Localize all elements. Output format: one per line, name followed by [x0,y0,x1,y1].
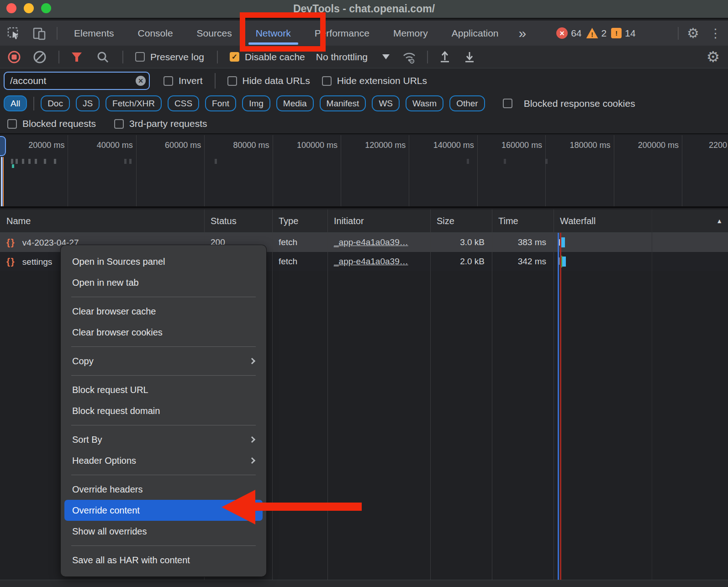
menu-item-save-all-har[interactable]: Save all as HAR with content [61,550,266,571]
chip-fetch-xhr[interactable]: Fetch/XHR [106,95,162,111]
title-bar: DevTools - chat.openai.com/ [0,0,728,19]
menu-separator [71,425,256,425]
activity-tick [28,159,31,164]
menu-item-open-in-sources[interactable]: Open in Sources panel [61,251,266,272]
column-header-name[interactable]: Name [0,210,204,232]
console-warnings-badge[interactable]: ! 2 [586,28,607,39]
timeline-tick: 140000 ms [409,135,477,206]
chip-css[interactable]: CSS [168,95,199,111]
timeline-overview[interactable]: 20000 ms 40000 ms 60000 ms 80000 ms 1000… [0,135,728,208]
search-icon[interactable] [96,50,110,64]
filter-input[interactable] [4,72,150,90]
chip-media[interactable]: Media [276,95,314,111]
third-party-requests-label: 3rd-party requests [129,118,207,129]
import-har-icon[interactable] [438,50,452,64]
timeline-tick: 40000 ms [68,135,136,206]
activity-tick [215,159,217,164]
column-header-time[interactable]: Time [492,210,554,232]
menu-separator [71,346,256,347]
export-har-icon[interactable] [463,50,476,64]
submenu-chevron-icon [249,358,255,364]
disable-cache-checkbox[interactable]: ✓ [230,52,239,62]
network-settings-gear-icon[interactable]: ⚙ [706,49,720,64]
chip-all[interactable]: All [4,95,27,111]
waterfall-cell [554,252,728,271]
chip-ws[interactable]: WS [372,95,400,111]
timeline-tick: 160000 ms [478,135,546,206]
menu-item-block-request-url[interactable]: Block request URL [61,379,266,400]
chip-wasm[interactable]: Wasm [406,95,443,111]
column-header-size[interactable]: Size [430,210,492,232]
activity-tick [22,159,24,164]
inspect-element-icon[interactable] [6,26,21,41]
fetch-braces-icon: {} [6,237,16,247]
chip-manifest[interactable]: Manifest [320,95,366,111]
chip-doc[interactable]: Doc [41,95,70,111]
blocked-requests-label: Blocked requests [22,118,96,129]
tab-sources[interactable]: Sources [185,21,244,46]
blocked-requests-checkbox[interactable] [7,119,17,129]
blocked-response-cookies-checkbox[interactable] [503,99,512,108]
tab-application[interactable]: Application [440,21,511,46]
menu-item-block-request-domain[interactable]: Block request domain [61,400,266,421]
device-toolbar-icon[interactable] [32,26,47,41]
menu-item-clear-browser-cookies[interactable]: Clear browser cookies [61,322,266,343]
tab-elements[interactable]: Elements [62,21,126,46]
error-icon: ✕ [556,27,568,39]
requests-table-header: Name Status Type Initiator Size Time Wat… [0,210,728,233]
column-header-type[interactable]: Type [272,210,327,232]
menu-item-copy[interactable]: Copy [61,351,266,372]
overview-drag-handle[interactable] [0,136,6,156]
activity-tick [124,159,127,164]
activity-tick [129,159,132,164]
request-time: 342 ms [492,257,554,267]
clear-filter-icon[interactable]: ✕ [136,76,146,86]
preserve-log-checkbox[interactable] [135,52,145,62]
menu-item-header-options[interactable]: Header Options [61,450,266,471]
filter-funnel-icon[interactable] [70,51,83,63]
tab-memory[interactable]: Memory [381,21,440,46]
divider [427,51,428,63]
devtools-window: { "window": { "title": "DevTools - chat.… [0,0,728,587]
divider [122,51,123,63]
column-header-waterfall[interactable]: Waterfall ▲ [554,210,728,232]
more-options-icon[interactable]: ⋮ [709,26,722,41]
load-event-line [560,233,561,580]
menu-item-clear-browser-cache[interactable]: Clear browser cache [61,301,266,322]
invert-checkbox[interactable] [164,76,173,86]
invert-label: Invert [179,75,203,86]
network-conditions-icon[interactable] [401,50,417,64]
timeline-tick: 200000 ms [614,135,682,206]
issue-count: 14 [625,28,635,39]
chevron-down-icon[interactable] [382,54,390,59]
chip-font[interactable]: Font [205,95,236,111]
network-tab-highlight-rectangle [240,12,326,52]
request-type: fetch [272,237,327,247]
menu-item-open-in-new-tab[interactable]: Open in new tab [61,272,266,293]
activity-tick [16,159,18,164]
timeline-tick: 120000 ms [341,135,409,206]
hide-extension-urls-checkbox[interactable] [322,76,332,86]
error-count: 64 [571,28,581,39]
hide-data-urls-label: Hide data URLs [243,75,310,86]
issues-badge[interactable]: ! 14 [611,28,635,39]
record-network-log-button[interactable] [7,50,21,64]
request-size: 2.0 kB [430,257,492,267]
column-header-initiator[interactable]: Initiator [327,210,430,232]
settings-gear-icon[interactable]: ⚙ [687,26,699,40]
warning-count: 2 [601,28,607,39]
warning-icon: ! [586,28,598,38]
menu-item-sort-by[interactable]: Sort By [61,429,266,450]
third-party-requests-checkbox[interactable] [114,119,124,129]
console-errors-badge[interactable]: ✕ 64 [556,27,581,39]
clear-network-log-button[interactable] [33,50,47,64]
override-content-arrow-shaft [254,503,362,511]
chip-other[interactable]: Other [449,95,485,111]
tab-console[interactable]: Console [126,21,185,46]
hide-data-urls-checkbox[interactable] [227,76,237,86]
chip-img[interactable]: Img [242,95,270,111]
more-tabs-button[interactable]: » [510,21,534,46]
column-header-status[interactable]: Status [204,210,272,232]
throttling-select[interactable]: No throttling [316,52,368,63]
chip-js[interactable]: JS [76,95,100,111]
